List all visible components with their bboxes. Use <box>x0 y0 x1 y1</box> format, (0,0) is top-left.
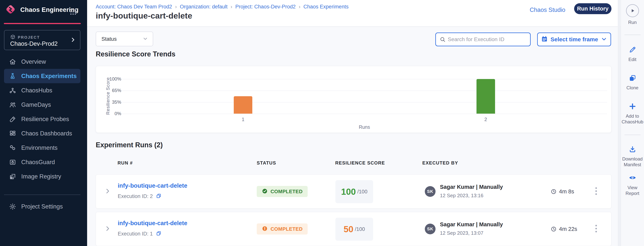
add-to-chaoshub-action[interactable]: Add to ChaosHub <box>621 103 644 125</box>
view-report-action[interactable]: View Report <box>621 174 644 196</box>
add-to-chaoshub-label: Add to ChaosHub <box>622 113 643 125</box>
row-menu-kebab-icon[interactable] <box>593 185 600 198</box>
chevron-down-icon <box>601 36 607 43</box>
sidebar-divider <box>4 195 80 195</box>
gear-icon <box>9 203 16 210</box>
avatar: SK <box>425 186 436 197</box>
score-suffix: /100 <box>358 189 368 195</box>
chart-bar <box>476 79 495 114</box>
sidebar-item-label: ChaosHubs <box>21 87 52 94</box>
module-grid-icon[interactable] <box>69 8 77 16</box>
eye-icon <box>628 174 636 182</box>
edit-action[interactable]: Edit <box>621 46 644 62</box>
sidebar-item-overview[interactable]: Overview <box>4 54 80 69</box>
run-label: Run <box>621 19 644 25</box>
duration-text: 4m 22s <box>559 226 577 232</box>
breadcrumb-account-link[interactable]: Account: Chaos Dev Team Prod2 <box>96 4 172 10</box>
copy-icon[interactable] <box>156 193 162 200</box>
executed-by-name: Sagar Kumar | Manually <box>440 221 503 228</box>
duration-text: 4m 8s <box>559 188 574 195</box>
clock-icon <box>550 226 557 232</box>
breadcrumb: Account: Chaos Dev Team Prod2 › Organiza… <box>96 4 348 10</box>
sidebar-item-chaoshubs[interactable]: ChaosHubs <box>4 83 80 98</box>
sidebar-item-chaos-experiments[interactable]: Chaos Experiments <box>4 69 80 83</box>
breadcrumb-org-link[interactable]: Organization: default <box>180 4 228 10</box>
hub-network-icon <box>9 87 16 94</box>
sidebar-item-environments[interactable]: Environments <box>4 141 80 155</box>
executed-at: 12 Sep 2023, 13:07 <box>440 230 484 236</box>
pencil-icon <box>629 46 636 53</box>
registry-gear-doc-icon <box>9 173 16 180</box>
sidebar: Chaos Engineering PROJECT Chaos-Dev-Prod… <box>0 0 87 246</box>
resilience-trend-chart: 100% 65% 35% 0% Resilience Score 12 Runs <box>96 66 612 133</box>
sidebar-item-label: Image Registry <box>21 173 61 180</box>
play-icon <box>629 7 636 14</box>
calendar-icon <box>541 35 548 43</box>
run-name-link[interactable]: infy-boutique-cart-delete <box>118 220 187 227</box>
status-badge: COMPLETED <box>257 224 308 235</box>
status-label: COMPLETED <box>270 189 303 195</box>
run-row: infy-boutique-cart-delete Execution ID: … <box>96 212 612 246</box>
sidebar-item-gamedays[interactable]: GameDays <box>4 98 80 112</box>
alert-circle-icon <box>262 226 268 233</box>
flask-icon <box>9 72 16 80</box>
download-icon <box>629 145 636 153</box>
sidebar-item-label: Chaos Dashboards <box>21 130 72 137</box>
page-title: infy-boutique-cart-delete <box>96 11 192 20</box>
runs-section-heading: Experiment Runs (2) <box>96 141 163 149</box>
run-duration: 4m 22s <box>550 226 577 232</box>
probe-icon <box>9 116 16 123</box>
breadcrumb-project-link[interactable]: Project: Chaos-Dev-Prod2 <box>235 4 296 10</box>
chaos-studio-link[interactable]: Chaos Studio <box>530 6 565 13</box>
search-icon <box>439 36 446 43</box>
action-rail: Run Edit Clone Add to ChaosHub Download … <box>620 0 644 246</box>
sidebar-item-label: GameDays <box>21 101 51 108</box>
sidebar-settings: Project Settings <box>0 199 87 214</box>
clone-label: Clone <box>622 85 643 91</box>
content-scrollbar[interactable] <box>618 0 620 246</box>
run-name-link[interactable]: infy-boutique-cart-delete <box>118 182 187 189</box>
score-value: 100 <box>341 187 356 197</box>
sidebar-item-chaos-dashboards[interactable]: Chaos Dashboards <box>4 126 80 141</box>
sidebar-item-project-settings[interactable]: Project Settings <box>4 199 80 214</box>
execution-search <box>435 32 531 46</box>
execution-id: Execution ID: 2 <box>118 193 153 199</box>
breadcrumb-experiments-link[interactable]: Chaos Experiments <box>304 4 348 10</box>
rail-divider <box>624 135 640 135</box>
copy-icon[interactable] <box>156 231 162 237</box>
brand: Chaos Engineering <box>5 4 78 16</box>
executed-by-name: Sagar Kumar | Manually <box>440 184 503 190</box>
search-input[interactable] <box>448 33 528 46</box>
sidebar-item-label: Resilience Probes <box>21 116 69 123</box>
sidebar-item-resilience-probes[interactable]: Resilience Probes <box>4 112 80 126</box>
sidebar-item-image-registry[interactable]: Image Registry <box>4 169 80 184</box>
project-cube-icon <box>10 34 16 40</box>
executed-at: 12 Sep 2023, 13:16 <box>440 193 484 199</box>
project-selector[interactable]: PROJECT Chaos-Dev-Prod2 <box>4 30 80 50</box>
column-header-status: STATUS <box>257 160 276 166</box>
x-axis-title: Runs <box>122 124 607 130</box>
run-row: infy-boutique-cart-delete Execution ID: … <box>96 175 612 209</box>
y-axis-title: Resilience Score <box>105 61 111 131</box>
score-value: 50 <box>344 224 354 234</box>
run-history-button[interactable]: Run History <box>574 3 612 14</box>
gridline <box>122 114 607 114</box>
clone-action[interactable]: Clone <box>621 74 644 91</box>
sidebar-item-label: ChaosGuard <box>21 159 55 166</box>
status-filter-label: Status <box>102 36 116 42</box>
x-axis-tick: 2 <box>484 117 487 122</box>
execution-id: Execution ID: 1 <box>118 231 153 237</box>
breadcrumb-separator: › <box>231 4 232 10</box>
status-filter-dropdown[interactable]: Status <box>96 31 153 46</box>
row-menu-kebab-icon[interactable] <box>593 223 600 236</box>
download-manifest-label: Download Manifest <box>622 156 643 168</box>
sidebar-item-chaosguard[interactable]: ChaosGuard <box>4 155 80 169</box>
chart-section-heading: Resilience Score Trends <box>96 50 175 58</box>
view-report-label: View Report <box>622 185 643 196</box>
expand-chevron-icon[interactable] <box>104 188 111 195</box>
sidebar-item-label: Overview <box>21 58 46 65</box>
run-button[interactable] <box>626 4 639 17</box>
expand-chevron-icon[interactable] <box>104 225 111 233</box>
time-frame-selector[interactable]: Select time frame <box>537 32 611 46</box>
download-manifest-action[interactable]: Download Manifest <box>621 145 644 168</box>
